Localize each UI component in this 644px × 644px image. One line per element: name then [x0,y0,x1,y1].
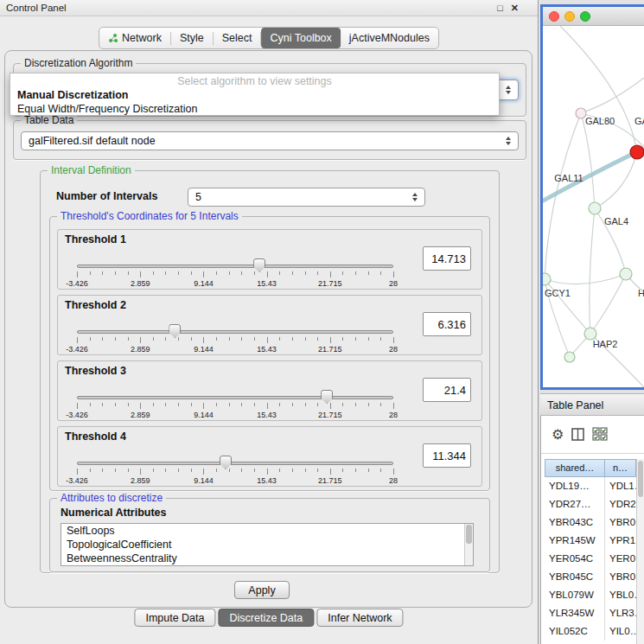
table-cell[interactable]: YBR0… [605,513,636,532]
list-scrollbar[interactable] [464,524,473,565]
threshold-4-thumb[interactable] [220,456,232,469]
tab-impute-data[interactable]: Impute Data [134,609,215,627]
network-node-selected-red[interactable] [630,145,644,159]
network-node[interactable] [620,268,632,280]
tab-cyni-toolbox[interactable]: Cyni Toolbox [261,28,340,48]
threshold-1-thumb[interactable] [253,258,265,272]
network-edge[interactable] [545,274,626,284]
table-data-combobox[interactable]: galFiltered.sif default node [21,131,519,150]
group-label: Threshold's Coordinates for 5 Intervals [57,210,242,223]
slider-scale-label: 9.144 [194,476,214,485]
minimize-traffic-light-icon[interactable] [564,11,575,22]
table-row[interactable]: YDR27…YDR2… [545,495,636,513]
table-row[interactable]: YPR145WYPR1… [545,532,636,550]
numerical-attributes-list[interactable]: SelfLoopsTopologicalCoefficientBetweenne… [61,523,474,566]
scrollbar-thumb[interactable] [638,461,643,497]
table-cell[interactable]: YLR3… [605,604,636,622]
network-edge[interactable] [581,113,595,208]
table-row[interactable]: YLR345WYLR3… [545,604,636,622]
control-panel-titlebar[interactable]: Control Panel □ ✕ [0,0,538,16]
table-data-group: Table Data galFiltered.sif default node [13,120,526,160]
close-traffic-light-icon[interactable] [549,11,559,22]
table-cell[interactable]: YPR1… [605,532,636,550]
select-all-checkboxes-icon[interactable] [592,427,609,442]
network-node[interactable] [584,328,596,340]
table-cell[interactable]: YBL0… [605,586,636,604]
threshold-2-value-input[interactable] [423,312,471,336]
table-settings-gear-icon[interactable]: ⚙ [552,428,564,442]
table-cell[interactable]: YDR27… [545,495,605,513]
show-columns-icon[interactable] [571,428,584,441]
network-window-titlebar[interactable] [543,7,644,26]
scrollbar-thumb[interactable] [466,525,472,544]
table-cell[interactable]: YDL1… [605,477,636,495]
network-node[interactable] [543,273,551,285]
threshold-4-value-input[interactable] [423,443,471,468]
threshold-4-slider[interactable]: -3.4262.8599.14415.4321.71528 [77,455,393,486]
table-row[interactable]: YIL052CYIL0… [545,622,636,641]
table-row[interactable]: YBR043CYBR0… [545,513,636,532]
close-window-icon[interactable]: ✕ [511,0,519,16]
network-node[interactable] [564,352,575,362]
tab-infer-network[interactable]: Infer Network [316,609,403,627]
network-edge[interactable] [590,274,626,334]
group-label: Attributes to discretize [57,492,166,505]
table-panel-titlebar[interactable]: Table Panel [540,393,644,416]
table-row[interactable]: YBR045CYBR0… [545,568,636,586]
network-edge[interactable] [590,208,595,334]
threshold-1-slider[interactable]: -3.4262.8599.14415.4321.71528 [77,258,393,289]
table-cell[interactable]: YIL052C [545,622,605,641]
tab-jactivemnodules[interactable]: jActiveMNodules [341,28,438,48]
slider-track[interactable] [77,330,393,334]
table-cell[interactable]: YDL19… [545,477,605,495]
dropdown-option-equal-width[interactable]: Equal Width/Frequency Discretization [10,102,499,116]
tab-network[interactable]: Network [99,28,170,48]
threshold-1-value-input[interactable] [423,246,471,271]
table-cell[interactable]: YBR043C [545,513,605,532]
table-row[interactable]: YDL19…YDL1… [545,477,636,495]
tab-select[interactable]: Select [214,28,261,48]
threshold-3-slider[interactable]: -3.4262.8599.14415.4321.71528 [77,389,393,420]
table-cell[interactable]: YBR0… [605,568,636,586]
threshold-2-slider[interactable]: -3.4262.8599.14415.4321.71528 [77,323,393,354]
threshold-2-label: Threshold 2 [65,299,126,311]
table-cell[interactable]: YDR2… [605,495,636,513]
attribute-list-item[interactable]: BetweennessCentrality [61,552,473,565]
apply-button[interactable]: Apply [234,581,290,599]
attribute-list-item[interactable]: SelfLoops [61,524,473,538]
table-cell[interactable]: YPR145W [545,532,605,550]
slider-scale-label: 2.859 [131,411,150,419]
network-node[interactable] [589,202,601,214]
slider-scale-label: 15.43 [257,279,277,288]
network-canvas[interactable]: GAL80 GA GAL11 GAL4 GCY1 H HAP2 [543,26,644,387]
threshold-3-thumb[interactable] [321,390,333,404]
column-header-shared-name[interactable]: shared… [545,459,605,477]
slider-track[interactable] [77,265,393,268]
network-edge[interactable] [581,78,644,113]
table-cell[interactable]: YER0… [605,550,636,568]
slider-track[interactable] [77,462,393,465]
column-header-name[interactable]: n… [605,459,636,477]
table-scrollbar[interactable] [636,459,644,644]
table-cell[interactable]: YIL0… [605,622,636,641]
table-row[interactable]: YER054CYER0… [545,550,636,568]
table-cell[interactable]: YLR345W [545,604,605,622]
number-of-intervals-combobox[interactable]: 5 [188,188,425,207]
tab-discretize-data[interactable]: Discretize Data [219,609,315,627]
threshold-2-thumb[interactable] [169,324,181,338]
slider-scale: -3.4262.8599.14415.4321.71528 [77,476,393,485]
network-view-window: GAL80 GA GAL11 GAL4 GCY1 H HAP2 [540,4,644,390]
slider-track[interactable] [77,396,393,399]
network-edge[interactable] [560,26,637,152]
zoom-traffic-light-icon[interactable] [580,11,590,22]
table-cell[interactable]: YER054C [545,550,605,568]
float-window-icon[interactable]: □ [497,0,503,16]
tab-style[interactable]: Style [171,28,213,48]
dropdown-option-manual[interactable]: Manual Discretization [10,88,499,102]
table-row[interactable]: YBL079WYBL0… [545,586,636,604]
tab-label: Network [122,28,162,48]
table-cell[interactable]: YBL079W [545,586,605,604]
table-cell[interactable]: YBR045C [545,568,605,586]
attribute-list-item[interactable]: TopologicalCoefficient [61,538,473,552]
threshold-3-value-input[interactable] [423,378,471,402]
